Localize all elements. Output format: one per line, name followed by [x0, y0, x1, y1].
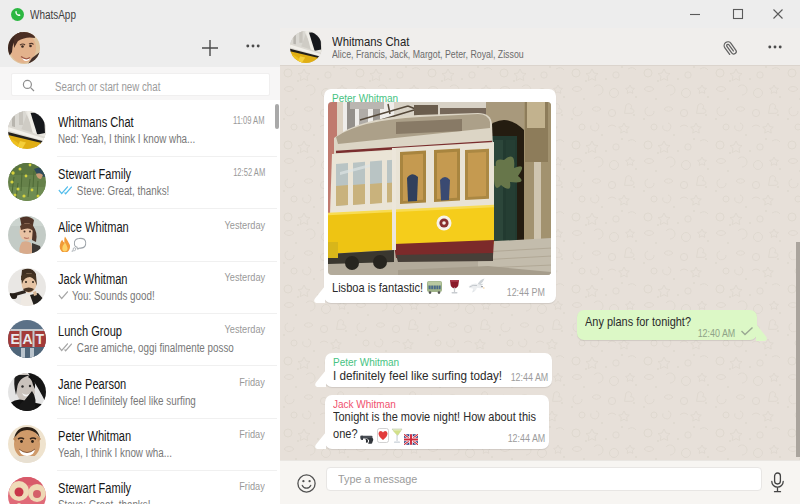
svg-text:A: A [23, 331, 33, 347]
svg-text:T: T [36, 331, 45, 347]
svg-text:E: E [11, 331, 20, 347]
